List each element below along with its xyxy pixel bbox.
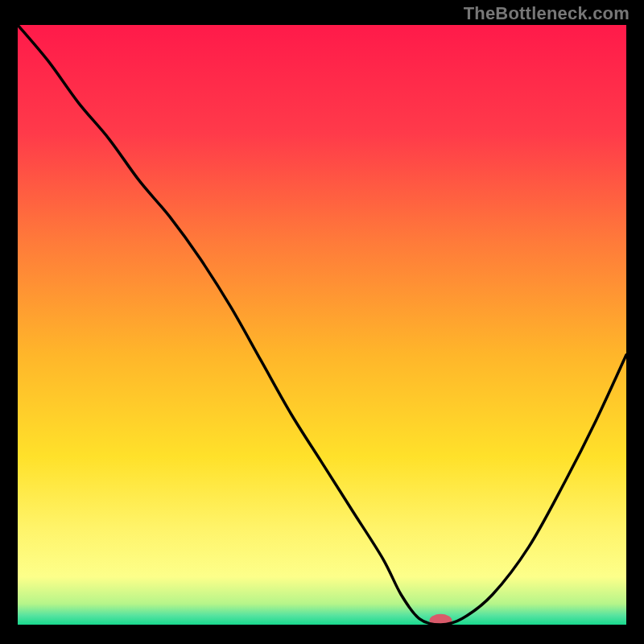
chart-container: TheBottleneck.com: [0, 0, 644, 644]
watermark-text: TheBottleneck.com: [464, 3, 630, 24]
plot-area: [18, 25, 626, 625]
plot-svg: [18, 25, 626, 625]
